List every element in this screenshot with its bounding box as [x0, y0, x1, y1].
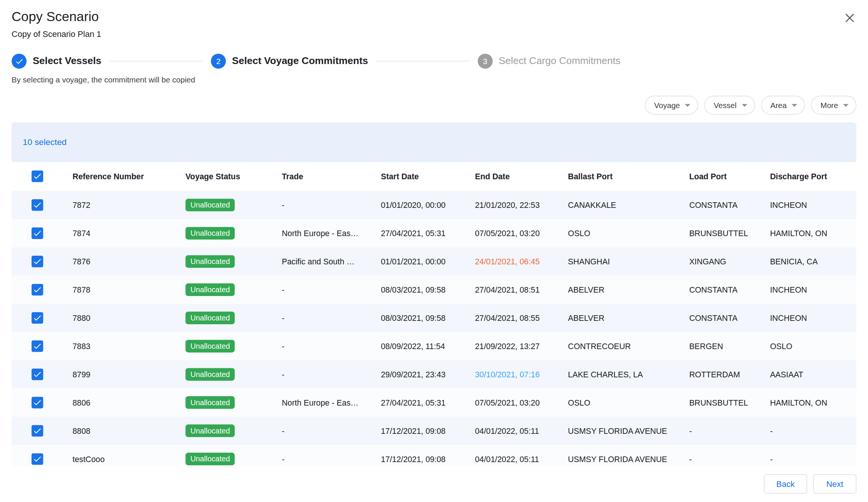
cell-ballast-port: SHANGHAI [568, 257, 689, 266]
filter-voyage-button[interactable]: Voyage [645, 96, 698, 114]
row-checkbox-cell [12, 312, 73, 324]
select-all-checkbox[interactable] [32, 171, 43, 182]
selected-count: 10 selected [23, 137, 66, 147]
cell-end-date: 24/01/2021, 06:45 [475, 257, 568, 266]
copy-scenario-modal: Copy Scenario Copy of Scenario Plan 1 Se… [0, 0, 868, 502]
filter-vessel-button[interactable]: Vessel [704, 96, 755, 114]
cell-end-date: 04/01/2022, 05:11 [475, 455, 568, 464]
cell-trade: - [282, 370, 381, 379]
cell-ballast-port: OSLO [568, 398, 689, 407]
cell-load-port: - [689, 426, 770, 435]
row-checkbox[interactable] [32, 340, 43, 352]
cell-start-date: 08/09/2022, 11:54 [381, 342, 475, 351]
cell-ballast-port: OSLO [568, 229, 689, 238]
cell-load-port: CONSTANTA [689, 201, 770, 210]
cell-voyage-status: Unallocated [185, 368, 282, 381]
row-checkbox[interactable] [32, 312, 43, 323]
table-row: 8799Unallocated-29/09/2021, 23:4330/10/2… [12, 360, 856, 389]
status-badge: Unallocated [185, 199, 235, 212]
step-select-cargo-commitments[interactable]: 3 Select Cargo Commitments [478, 54, 620, 69]
filter-label: Area [770, 101, 787, 110]
row-checkbox[interactable] [32, 397, 43, 408]
chevron-down-icon [741, 104, 747, 107]
row-checkbox-cell [12, 453, 73, 465]
modal-header: Copy Scenario Copy of Scenario Plan 1 [0, 0, 868, 39]
table-row: 7876UnallocatedPacific and South …01/01/… [12, 247, 856, 276]
cell-ballast-port: USMSY FLORIDA AVENUE [568, 455, 689, 464]
column-header-voyage-status: Voyage Status [185, 172, 282, 181]
column-header-end-date: End Date [475, 172, 568, 181]
table-header-row: Reference Number Voyage Status Trade Sta… [12, 162, 856, 191]
cell-reference-number: 8808 [72, 426, 185, 435]
row-checkbox[interactable] [32, 453, 43, 465]
cell-load-port: CONSTANTA [689, 313, 770, 322]
cell-load-port: XINGANG [689, 257, 770, 266]
cell-trade: North Europe - Eas… [282, 398, 381, 407]
table-row: 7878Unallocated-08/03/2021, 09:5827/04/2… [12, 276, 856, 304]
filter-area-button[interactable]: Area [761, 96, 805, 114]
column-header-start-date: Start Date [381, 172, 475, 181]
row-checkbox-cell [12, 199, 73, 211]
cell-voyage-status: Unallocated [185, 227, 282, 240]
cell-end-date: 27/04/2021, 08:55 [475, 313, 568, 322]
status-badge: Unallocated [185, 424, 235, 437]
close-icon[interactable] [842, 9, 857, 25]
cell-load-port: - [689, 455, 770, 464]
row-checkbox-cell [12, 368, 73, 380]
table-body: 7872Unallocated-01/01/2020, 00:0021/01/2… [12, 191, 856, 467]
column-header-trade: Trade [282, 172, 381, 181]
row-checkbox[interactable] [32, 368, 43, 380]
cell-end-date: 04/01/2022, 05:11 [475, 426, 568, 435]
column-header-reference-number: Reference Number [72, 172, 185, 181]
cell-start-date: 27/04/2021, 05:31 [381, 229, 475, 238]
step-select-vessels[interactable]: Select Vessels [12, 54, 101, 69]
cell-ballast-port: ABELVER [568, 313, 689, 322]
cell-start-date: 29/09/2021, 23:43 [381, 370, 475, 379]
status-badge: Unallocated [185, 255, 235, 268]
cell-end-date: 27/04/2021, 08:51 [475, 285, 568, 294]
step-connector [110, 61, 203, 61]
table-row: 8806UnallocatedNorth Europe - Eas…27/04/… [12, 389, 856, 417]
status-badge: Unallocated [185, 311, 235, 324]
cell-ballast-port: ABELVER [568, 285, 689, 294]
cell-start-date: 01/01/2020, 00:00 [381, 201, 475, 210]
row-checkbox[interactable] [32, 284, 43, 295]
step-label: Select Vessels [33, 55, 101, 67]
cell-trade: - [282, 285, 381, 294]
cell-trade: - [282, 455, 381, 464]
cell-discharge-port: INCHEON [770, 285, 856, 294]
column-header-load-port: Load Port [689, 172, 770, 181]
cell-reference-number: testCooo [72, 455, 185, 464]
back-button[interactable]: Back [764, 474, 807, 493]
filter-bar: Voyage Vessel Area More [0, 84, 868, 114]
cell-trade: Pacific and South … [282, 257, 381, 266]
table-row: 7874UnallocatedNorth Europe - Eas…27/04/… [12, 219, 856, 247]
cell-discharge-port: HAMILTON, ON [770, 229, 856, 238]
row-checkbox[interactable] [32, 255, 43, 267]
step-select-voyage-commitments[interactable]: 2 Select Voyage Commitments [211, 54, 368, 69]
table-row: testCoooUnallocated-17/12/2021, 09:0804/… [12, 445, 856, 466]
cell-trade: - [282, 426, 381, 435]
selection-toolbar: 10 selected [12, 122, 856, 162]
row-checkbox[interactable] [32, 425, 43, 436]
filter-more-button[interactable]: More [811, 96, 856, 114]
cell-end-date: 07/05/2021, 03:20 [475, 398, 568, 407]
step-label: Select Voyage Commitments [232, 55, 368, 67]
cell-trade: North Europe - Eas… [282, 229, 381, 238]
chevron-down-icon [685, 104, 691, 107]
step-check-icon [12, 54, 27, 69]
cell-discharge-port: - [770, 455, 856, 464]
row-checkbox[interactable] [32, 227, 43, 239]
status-badge: Unallocated [185, 340, 235, 352]
cell-voyage-status: Unallocated [185, 199, 282, 212]
step-number: 3 [478, 54, 493, 69]
row-checkbox[interactable] [32, 199, 43, 211]
next-button[interactable]: Next [813, 474, 857, 493]
cell-trade: - [282, 342, 381, 351]
chevron-down-icon [843, 104, 849, 107]
row-checkbox-cell [12, 255, 73, 267]
cell-load-port: BRUNSBUTTEL [689, 229, 770, 238]
row-checkbox-cell [12, 397, 73, 409]
cell-load-port: CONSTANTA [689, 285, 770, 294]
cell-ballast-port: CANAKKALE [568, 201, 689, 210]
